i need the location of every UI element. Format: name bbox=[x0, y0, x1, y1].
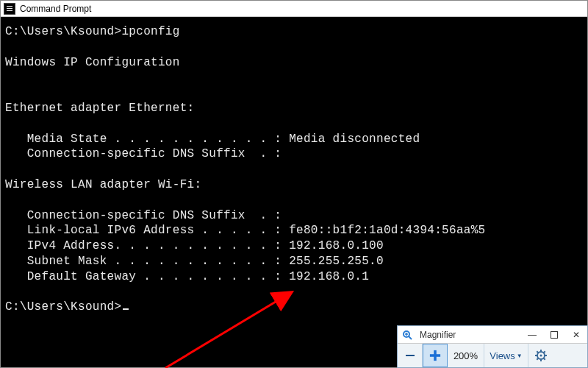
svg-line-14 bbox=[537, 351, 538, 353]
svg-point-9 bbox=[540, 355, 542, 357]
maximize-icon bbox=[551, 331, 558, 339]
maximize-button[interactable] bbox=[543, 326, 565, 344]
ipconfig-heading: Windows IP Configuration bbox=[5, 56, 180, 69]
terminal-output[interactable]: C:\Users\Ksound>ipconfig Windows IP Conf… bbox=[1, 17, 587, 322]
eth-media-row: Media State . . . . . . . . . . . : Medi… bbox=[5, 132, 420, 146]
gear-icon bbox=[535, 350, 547, 361]
zoom-in-button[interactable] bbox=[423, 344, 448, 367]
svg-line-17 bbox=[544, 351, 545, 353]
svg-line-16 bbox=[537, 358, 538, 360]
cmd-icon bbox=[4, 3, 15, 15]
cmd-titlebar[interactable]: Command Prompt bbox=[1, 1, 587, 17]
command-prompt-window: Command Prompt C:\Users\Ksound>ipconfig … bbox=[0, 0, 588, 368]
svg-line-2 bbox=[409, 336, 412, 339]
magnifier-titlebar[interactable]: Magnifier — ✕ bbox=[398, 326, 587, 344]
magnifier-icon bbox=[398, 330, 418, 340]
cmd-title: Command Prompt bbox=[20, 4, 91, 14]
text-cursor bbox=[123, 308, 129, 310]
chevron-down-icon: ▼ bbox=[517, 353, 523, 359]
wifi-ipv6-row: Link-local IPv6 Address . . . . . : fe80… bbox=[5, 224, 486, 237]
plus-icon bbox=[429, 349, 441, 362]
ethernet-header: Ethernet adapter Ethernet: bbox=[5, 102, 194, 115]
zoom-level: 200% bbox=[448, 344, 484, 367]
svg-line-15 bbox=[544, 358, 545, 360]
minimize-button[interactable]: — bbox=[521, 326, 543, 344]
minus-icon bbox=[404, 350, 416, 361]
svg-rect-7 bbox=[434, 350, 437, 361]
eth-dns-row: Connection-specific DNS Suffix . : bbox=[5, 147, 282, 160]
magnifier-title: Magnifier bbox=[418, 330, 521, 340]
svg-rect-5 bbox=[406, 355, 415, 356]
magnifier-window: Magnifier — ✕ 200% Views ▼ bbox=[397, 325, 588, 368]
wifi-header: Wireless LAN adapter Wi-Fi: bbox=[5, 178, 201, 191]
zoom-out-button[interactable] bbox=[398, 344, 423, 367]
wifi-dns-row: Connection-specific DNS Suffix . : bbox=[5, 209, 282, 222]
magnifier-toolbar: 200% Views ▼ bbox=[398, 344, 587, 367]
prompt-line-2: C:\Users\Ksound> bbox=[5, 300, 121, 314]
views-dropdown[interactable]: Views ▼ bbox=[484, 344, 528, 367]
wifi-ipv4-row: IPv4 Address. . . . . . . . . . . : 192.… bbox=[5, 239, 384, 252]
wifi-mask-row: Subnet Mask . . . . . . . . . . . : 255.… bbox=[5, 255, 384, 268]
close-button[interactable]: ✕ bbox=[565, 326, 587, 344]
settings-button[interactable] bbox=[528, 344, 553, 367]
wifi-gw-row: Default Gateway . . . . . . . . . : 192.… bbox=[5, 270, 369, 283]
prompt-line: C:\Users\Ksound>ipconfig bbox=[5, 25, 180, 38]
